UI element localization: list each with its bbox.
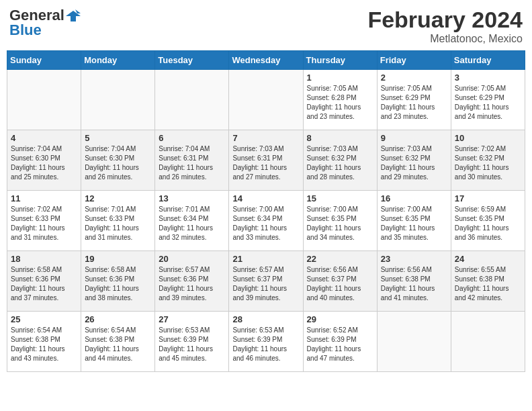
calendar-day-cell: 11Sunrise: 7:02 AM Sunset: 6:33 PM Dayli…: [7, 191, 81, 251]
day-info: Sunrise: 7:04 AM Sunset: 6:31 PM Dayligh…: [159, 144, 225, 182]
calendar-day-cell: 18Sunrise: 6:58 AM Sunset: 6:36 PM Dayli…: [7, 251, 81, 312]
day-info: Sunrise: 7:03 AM Sunset: 6:31 PM Dayligh…: [232, 144, 299, 182]
day-info: Sunrise: 7:05 AM Sunset: 6:29 PM Dayligh…: [455, 84, 521, 122]
calendar-day-cell: 23Sunrise: 6:56 AM Sunset: 6:38 PM Dayli…: [377, 251, 451, 312]
calendar-day-cell: 13Sunrise: 7:01 AM Sunset: 6:34 PM Dayli…: [155, 191, 229, 251]
calendar-table: SundayMondayTuesdayWednesdayThursdayFrid…: [7, 50, 525, 372]
calendar-day-cell: 26Sunrise: 6:54 AM Sunset: 6:38 PM Dayli…: [81, 312, 155, 372]
day-number: 21: [232, 254, 299, 264]
calendar-day-cell: 9Sunrise: 7:03 AM Sunset: 6:32 PM Daylig…: [377, 130, 451, 191]
day-info: Sunrise: 7:01 AM Sunset: 6:34 PM Dayligh…: [159, 205, 225, 242]
day-info: Sunrise: 6:56 AM Sunset: 6:37 PM Dayligh…: [307, 265, 373, 303]
logo: General Blue: [9, 7, 81, 39]
day-info: Sunrise: 7:01 AM Sunset: 6:33 PM Dayligh…: [85, 205, 151, 242]
calendar-day-cell: 4Sunrise: 7:04 AM Sunset: 6:30 PM Daylig…: [7, 130, 81, 191]
page-header: General Blue February 2024 Metlatonoc, M…: [7, 7, 525, 45]
day-info: Sunrise: 6:54 AM Sunset: 6:38 PM Dayligh…: [85, 326, 151, 363]
weekday-header-tuesday: Tuesday: [155, 51, 229, 70]
day-number: 25: [11, 314, 77, 324]
calendar-day-cell: 29Sunrise: 6:52 AM Sunset: 6:39 PM Dayli…: [303, 312, 377, 372]
day-number: 17: [455, 193, 521, 203]
day-number: 12: [85, 193, 151, 203]
calendar-day-cell: 8Sunrise: 7:03 AM Sunset: 6:32 PM Daylig…: [303, 130, 377, 191]
calendar-day-cell: 2Sunrise: 7:05 AM Sunset: 6:29 PM Daylig…: [377, 70, 451, 130]
logo-bird-icon: [66, 9, 81, 21]
weekday-header-wednesday: Wednesday: [229, 51, 303, 70]
day-info: Sunrise: 6:57 AM Sunset: 6:36 PM Dayligh…: [159, 265, 225, 303]
calendar-day-cell: 7Sunrise: 7:03 AM Sunset: 6:31 PM Daylig…: [229, 130, 303, 191]
calendar-empty-cell: [7, 70, 81, 130]
day-number: 29: [307, 314, 373, 324]
day-number: 22: [307, 254, 373, 264]
calendar-day-cell: 27Sunrise: 6:53 AM Sunset: 6:39 PM Dayli…: [155, 312, 229, 372]
weekday-header-saturday: Saturday: [451, 51, 525, 70]
weekday-header-row: SundayMondayTuesdayWednesdayThursdayFrid…: [7, 51, 525, 70]
day-number: 20: [159, 254, 225, 264]
day-info: Sunrise: 6:53 AM Sunset: 6:39 PM Dayligh…: [159, 326, 225, 363]
day-info: Sunrise: 7:04 AM Sunset: 6:30 PM Dayligh…: [11, 144, 77, 182]
day-info: Sunrise: 7:00 AM Sunset: 6:35 PM Dayligh…: [381, 205, 447, 242]
calendar-week-row: 25Sunrise: 6:54 AM Sunset: 6:38 PM Dayli…: [7, 312, 525, 372]
day-info: Sunrise: 6:58 AM Sunset: 6:36 PM Dayligh…: [11, 265, 77, 303]
calendar-empty-cell: [229, 70, 303, 130]
day-info: Sunrise: 6:56 AM Sunset: 6:38 PM Dayligh…: [381, 265, 447, 303]
title-area: February 2024 Metlatonoc, Mexico: [367, 7, 523, 45]
day-info: Sunrise: 7:05 AM Sunset: 6:29 PM Dayligh…: [381, 84, 447, 122]
day-number: 19: [85, 254, 151, 264]
calendar-day-cell: 17Sunrise: 6:59 AM Sunset: 6:35 PM Dayli…: [451, 191, 525, 251]
day-info: Sunrise: 6:53 AM Sunset: 6:39 PM Dayligh…: [232, 326, 299, 363]
day-number: 16: [381, 193, 447, 203]
day-number: 13: [159, 193, 225, 203]
day-info: Sunrise: 6:59 AM Sunset: 6:35 PM Dayligh…: [455, 205, 521, 242]
day-number: 3: [455, 73, 521, 83]
day-number: 14: [232, 193, 299, 203]
calendar-day-cell: 25Sunrise: 6:54 AM Sunset: 6:38 PM Dayli…: [7, 312, 81, 372]
calendar-day-cell: 21Sunrise: 6:57 AM Sunset: 6:37 PM Dayli…: [229, 251, 303, 312]
day-info: Sunrise: 6:57 AM Sunset: 6:37 PM Dayligh…: [232, 265, 299, 303]
calendar-day-cell: 22Sunrise: 6:56 AM Sunset: 6:37 PM Dayli…: [303, 251, 377, 312]
calendar-day-cell: 19Sunrise: 6:58 AM Sunset: 6:36 PM Dayli…: [81, 251, 155, 312]
day-number: 4: [11, 133, 77, 143]
calendar-day-cell: 10Sunrise: 7:02 AM Sunset: 6:32 PM Dayli…: [451, 130, 525, 191]
day-info: Sunrise: 7:02 AM Sunset: 6:33 PM Dayligh…: [11, 205, 77, 242]
logo-text-blue: Blue: [9, 21, 42, 39]
day-info: Sunrise: 7:00 AM Sunset: 6:35 PM Dayligh…: [307, 205, 373, 242]
day-number: 23: [381, 254, 447, 264]
calendar-day-cell: 3Sunrise: 7:05 AM Sunset: 6:29 PM Daylig…: [451, 70, 525, 130]
day-info: Sunrise: 6:52 AM Sunset: 6:39 PM Dayligh…: [307, 326, 373, 363]
day-info: Sunrise: 7:03 AM Sunset: 6:32 PM Dayligh…: [381, 144, 447, 182]
weekday-header-sunday: Sunday: [7, 51, 81, 70]
day-number: 1: [307, 73, 373, 83]
calendar-empty-cell: [377, 312, 451, 372]
calendar-empty-cell: [451, 312, 525, 372]
day-info: Sunrise: 6:54 AM Sunset: 6:38 PM Dayligh…: [11, 326, 77, 363]
day-number: 10: [455, 133, 521, 143]
day-number: 28: [232, 314, 299, 324]
day-number: 15: [307, 193, 373, 203]
day-info: Sunrise: 7:02 AM Sunset: 6:32 PM Dayligh…: [455, 144, 521, 182]
day-number: 27: [159, 314, 225, 324]
day-number: 6: [159, 133, 225, 143]
calendar-week-row: 4Sunrise: 7:04 AM Sunset: 6:30 PM Daylig…: [7, 130, 525, 191]
calendar-day-cell: 24Sunrise: 6:55 AM Sunset: 6:38 PM Dayli…: [451, 251, 525, 312]
calendar-day-cell: 16Sunrise: 7:00 AM Sunset: 6:35 PM Dayli…: [377, 191, 451, 251]
day-info: Sunrise: 6:55 AM Sunset: 6:38 PM Dayligh…: [455, 265, 521, 303]
day-info: Sunrise: 7:03 AM Sunset: 6:32 PM Dayligh…: [307, 144, 373, 182]
weekday-header-thursday: Thursday: [303, 51, 377, 70]
day-number: 11: [11, 193, 77, 203]
location-subtitle: Metlatonoc, Mexico: [367, 33, 523, 45]
month-year-title: February 2024: [367, 7, 523, 33]
day-info: Sunrise: 6:58 AM Sunset: 6:36 PM Dayligh…: [85, 265, 151, 303]
calendar-day-cell: 15Sunrise: 7:00 AM Sunset: 6:35 PM Dayli…: [303, 191, 377, 251]
calendar-empty-cell: [155, 70, 229, 130]
calendar-week-row: 11Sunrise: 7:02 AM Sunset: 6:33 PM Dayli…: [7, 191, 525, 251]
calendar-day-cell: 14Sunrise: 7:00 AM Sunset: 6:34 PM Dayli…: [229, 191, 303, 251]
day-info: Sunrise: 7:05 AM Sunset: 6:28 PM Dayligh…: [307, 84, 373, 122]
calendar-week-row: 1Sunrise: 7:05 AM Sunset: 6:28 PM Daylig…: [7, 70, 525, 130]
calendar-day-cell: 12Sunrise: 7:01 AM Sunset: 6:33 PM Dayli…: [81, 191, 155, 251]
weekday-header-monday: Monday: [81, 51, 155, 70]
calendar-day-cell: 5Sunrise: 7:04 AM Sunset: 6:30 PM Daylig…: [81, 130, 155, 191]
day-number: 7: [232, 133, 299, 143]
day-number: 2: [381, 73, 447, 83]
day-number: 9: [381, 133, 447, 143]
